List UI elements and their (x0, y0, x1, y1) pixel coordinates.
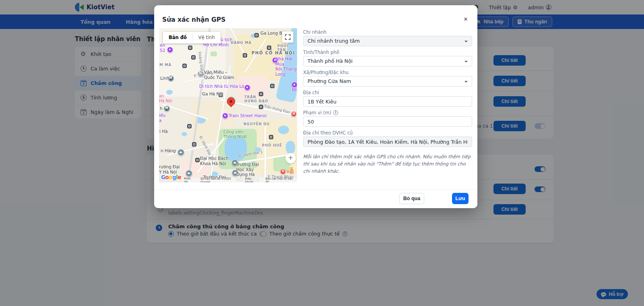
map-type-satellite-button[interactable]: Vệ tinh (193, 32, 221, 43)
map-label: rường Đại Y Hà Nội (159, 164, 180, 174)
map-metro-icon (188, 45, 192, 50)
map-metro-icon (195, 158, 200, 162)
map-attribution-item[interactable]: Dữ liệu bản đồ ©2025 Google (200, 177, 239, 183)
branch-label: Chi nhánh (303, 29, 472, 35)
map-type-map-button[interactable]: Bản đồ (163, 32, 192, 43)
skip-button[interactable]: Bỏ qua (399, 193, 424, 204)
map-label: h (160, 106, 163, 111)
fullscreen-icon[interactable] (282, 31, 293, 43)
map-attribution-item[interactable]: Phím tắt (184, 177, 195, 183)
map-poi-icon (222, 113, 228, 119)
map-label: i Hà (159, 129, 168, 134)
map-label: iếu a (159, 113, 165, 123)
map-water (182, 132, 187, 136)
gps-form: Chi nhánh Chi nhánh trung tâm Tỉnh/Thành… (303, 29, 472, 175)
map-canvas[interactable]: Bản đồ Vệ tinh Google Phím tắtDữ liệu bả… (159, 28, 297, 182)
map-label: Đại Học Bách Khoa Hà Nội (200, 156, 228, 166)
map-metro-icon (182, 64, 187, 68)
map-road (264, 126, 266, 182)
map-label: NGUYỄN DU (244, 122, 270, 126)
map-hospital-icon: H (291, 111, 297, 117)
save-button[interactable]: Lưu (452, 193, 469, 204)
map-label: PHỐ HUẾ (262, 143, 282, 147)
old-address-label: Địa chỉ theo DVHC cũ (303, 130, 472, 136)
map-metro-icon (191, 55, 196, 60)
map-poi-icon (291, 82, 297, 88)
address-input[interactable] (303, 96, 472, 107)
map-attribution: Phím tắtDữ liệu bản đồ ©2025 GoogleĐiều … (182, 178, 297, 182)
map-label: n Hàng (161, 148, 176, 153)
map-label: PHỐ CỔ HÀ NỘI (252, 51, 295, 56)
map-metro-icon (192, 142, 196, 147)
map-metro-icon (187, 124, 192, 128)
address-label: Địa chỉ (303, 90, 472, 95)
map-label: én 52 (160, 43, 165, 53)
modal-title: Sửa xác nhận GPS (162, 16, 225, 23)
google-logo[interactable]: Google (161, 174, 181, 180)
range-input[interactable] (303, 116, 472, 127)
map-label: Linh (160, 76, 169, 81)
map-label: Bện (287, 170, 294, 174)
map-water (286, 141, 295, 154)
map-metro-icon (269, 135, 273, 139)
map-label: an Hà Nội (159, 94, 172, 103)
map-label: Văn Miếu – Quốc Tử Giám (204, 70, 234, 80)
map-type-control: Bản đồ Vệ tinh (163, 32, 221, 43)
map-label: Di tích Nhà tù Hỏa Lò (199, 84, 244, 89)
map-label: HÀNG MÃ (231, 41, 252, 45)
map-metro-icon (267, 45, 271, 50)
ward-select[interactable]: Phường Cửa Nam (303, 76, 472, 87)
map-grad-icon (186, 170, 192, 177)
gps-note: Mỗi lần chỉ thêm một xác nhận GPS cho ch… (303, 153, 472, 175)
map-hospital-icon: H (280, 169, 286, 174)
map-attribution-item[interactable]: Điều khoản (245, 177, 260, 183)
map-label: TRẦN HƯNG ĐẠO (244, 95, 268, 103)
divider (154, 189, 477, 190)
branch-select[interactable]: Chi nhánh trung tâm (303, 36, 472, 46)
map-label: Nhà (292, 87, 297, 93)
map-poi-icon (244, 85, 250, 91)
map-poidark-icon (164, 105, 170, 112)
ward-label: Xã/Phường/Đặc khu (303, 70, 472, 75)
map-label: Ga Hà Nội (202, 91, 223, 97)
close-icon[interactable]: × (461, 15, 470, 24)
map-metro-icon (270, 84, 275, 88)
map-poi-icon (167, 47, 173, 53)
map-pan-icon[interactable]: + (285, 153, 296, 163)
info-icon[interactable]: i (333, 110, 338, 115)
old-address-input (303, 136, 472, 147)
province-label: Tỉnh/Thành phố (303, 50, 472, 55)
map-metro-icon (243, 53, 247, 58)
map-attribution-item[interactable]: Báo cáo một lỗi bản đồ (266, 177, 295, 183)
map-metro-icon (254, 33, 259, 37)
map-label: Công viên Thống Nhất (223, 130, 247, 139)
gps-edit-modal: Sửa xác nhận GPS × (154, 5, 477, 208)
map-metro-icon (259, 105, 263, 109)
province-select[interactable]: Thành phố Hà Nội (303, 56, 472, 66)
map-label: Nhà Hát Múa Rối Thăng Long (275, 56, 297, 76)
map-water (278, 126, 289, 134)
map-park (211, 52, 217, 56)
map-label: Train Street Hanoi (229, 113, 266, 118)
map-label: M MÃ (159, 63, 171, 67)
map-grad-icon (178, 149, 184, 156)
range-label: Phạm vi (m) (303, 110, 331, 116)
